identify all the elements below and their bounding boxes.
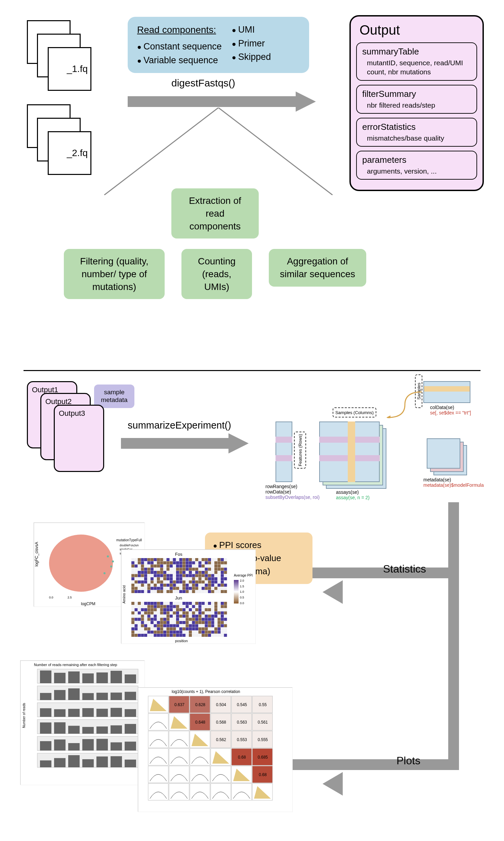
top-diagram-section: _1 _1 _1.fq _2 _2 _2.fq Read components:… — [27, 14, 477, 367]
svg-rect-488 — [176, 615, 179, 618]
digestfastqs-label: digestFastqs() — [172, 78, 235, 89]
svg-rect-526 — [202, 618, 205, 621]
svg-rect-400 — [182, 605, 185, 608]
svg-rect-378 — [208, 602, 211, 605]
svg-rect-621 — [218, 628, 221, 631]
svg-rect-585 — [199, 624, 202, 628]
svg-rect-125 — [170, 568, 173, 571]
svg-rect-543 — [160, 621, 163, 624]
svg-rect-455 — [167, 612, 170, 615]
svg-rect-502 — [221, 615, 224, 618]
svg-rect-657 — [141, 634, 144, 637]
svg-rect-580 — [182, 624, 185, 628]
svg-rect-552 — [189, 621, 192, 624]
svg-rect-188 — [179, 574, 182, 577]
svg-text:0.685: 0.685 — [258, 755, 268, 760]
svg-rect-546 — [170, 621, 173, 624]
svg-rect-613 — [192, 628, 195, 631]
svg-rect-712 — [40, 708, 51, 717]
left-arrow-icon — [323, 580, 343, 604]
svg-rect-670 — [182, 634, 185, 637]
svg-rect-314 — [199, 587, 202, 590]
svg-rect-706 — [68, 688, 79, 700]
svg-rect-216 — [173, 577, 176, 580]
left-arrow-icon — [323, 772, 343, 795]
svg-rect-571 — [154, 624, 157, 628]
svg-rect-734 — [125, 742, 136, 751]
svg-rect-421 — [154, 608, 157, 611]
svg-rect-533 — [224, 618, 227, 621]
svg-rect-153 — [163, 571, 166, 574]
read-component-item: Constant sequence — [137, 40, 222, 53]
svg-text:0.555: 0.555 — [258, 737, 268, 742]
summarizeexperiment-label: summarizeExperiment() — [128, 420, 231, 431]
svg-rect-28 — [147, 558, 150, 561]
svg-marker-5 — [323, 580, 343, 604]
svg-rect-386 — [138, 605, 141, 608]
svg-rect-272 — [160, 584, 163, 587]
svg-rect-554 — [195, 621, 198, 624]
svg-rect-135 — [202, 568, 205, 571]
svg-rect-330 — [154, 590, 157, 593]
svg-rect-569 — [147, 624, 150, 628]
output-panel: Output summaryTable mutantID, sequence, … — [349, 15, 484, 191]
output-title: Output — [360, 22, 477, 38]
svg-text:1.5: 1.5 — [240, 585, 244, 588]
svg-rect-108 — [211, 565, 214, 567]
svg-rect-512 — [157, 618, 160, 621]
svg-rect-404 — [195, 605, 198, 608]
svg-marker-3 — [121, 433, 249, 453]
svg-rect-180 — [154, 574, 157, 577]
svg-rect-422 — [157, 608, 160, 611]
svg-rect-308 — [179, 587, 182, 590]
svg-rect-283 — [195, 584, 198, 587]
svg-rect-241 — [157, 581, 160, 584]
svg-rect-113 — [131, 568, 134, 571]
svg-text:Average PPI: Average PPI — [234, 573, 253, 577]
svg-rect-460 — [182, 612, 185, 615]
svg-rect-109 — [214, 565, 217, 567]
svg-rect-321 — [221, 587, 224, 590]
svg-rect-602 — [157, 628, 160, 631]
svg-rect-147 — [144, 571, 147, 574]
svg-rect-391 — [154, 605, 157, 608]
svg-rect-311 — [189, 587, 192, 590]
svg-rect-221 — [189, 577, 192, 580]
svg-rect-222 — [192, 577, 195, 580]
svg-rect-138 — [211, 568, 214, 571]
svg-rect-713 — [54, 709, 66, 717]
fastq-file: _1.fq — [48, 47, 91, 91]
svg-rect-182 — [160, 574, 163, 577]
svg-rect-50 — [218, 558, 221, 561]
svg-rect-339 — [182, 590, 185, 593]
svg-rect-628 — [144, 631, 147, 634]
svg-rect-435 — [199, 608, 202, 611]
svg-rect-668 — [176, 634, 179, 637]
svg-rect-133 — [195, 568, 198, 571]
svg-rect-317 — [208, 587, 211, 590]
svg-rect-37 — [176, 558, 179, 561]
svg-rect-39 — [182, 558, 185, 561]
svg-rect-593 — [224, 624, 227, 628]
svg-rect-389 — [147, 605, 150, 608]
svg-rect-683 — [224, 634, 227, 637]
svg-rect-439 — [211, 608, 214, 611]
svg-rect-433 — [192, 608, 195, 611]
svg-rect-436 — [202, 608, 205, 611]
svg-rect-739 — [82, 759, 94, 767]
svg-rect-54 — [135, 562, 138, 565]
svg-rect-631 — [154, 631, 157, 634]
svg-rect-281 — [189, 584, 192, 587]
svg-rect-472 — [221, 612, 224, 615]
svg-rect-189 — [182, 574, 185, 577]
svg-text:doubleFosJun: doubleFosJun — [120, 544, 139, 547]
svg-rect-388 — [144, 605, 147, 608]
svg-rect-275 — [170, 584, 173, 587]
svg-rect-159 — [182, 571, 185, 574]
svg-rect-722 — [68, 726, 79, 734]
svg-rect-417 — [141, 608, 144, 611]
svg-rect-437 — [205, 608, 208, 611]
svg-rect-527 — [205, 618, 208, 621]
svg-text:Amino acid: Amino acid — [122, 585, 126, 603]
svg-rect-56 — [141, 562, 144, 565]
